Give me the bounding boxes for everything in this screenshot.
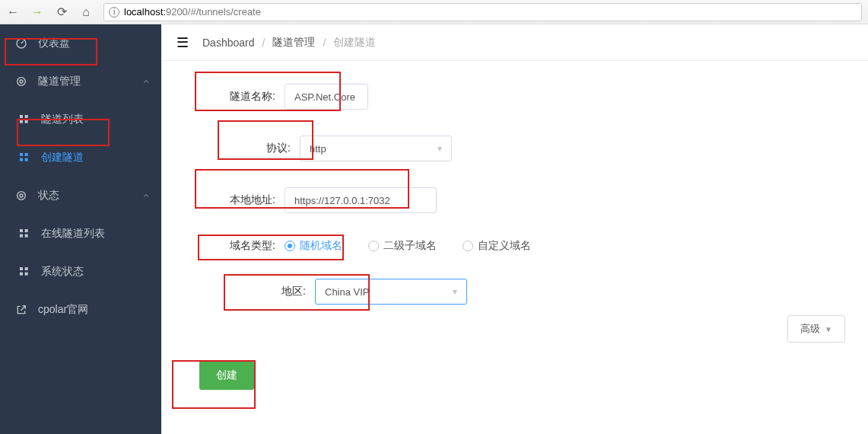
protocol-select[interactable]: http ▾: [300, 136, 452, 161]
radio-random-domain[interactable]: 随机域名: [285, 239, 342, 253]
grid-icon: [18, 228, 30, 240]
protocol-value: http: [310, 143, 326, 155]
breadcrumb-item[interactable]: 隧道管理: [272, 36, 315, 49]
svg-rect-3: [20, 115, 23, 118]
svg-rect-4: [25, 115, 28, 118]
svg-rect-18: [25, 267, 28, 270]
sidebar: 仪表盘 隧道管理 隧道列表 创建隧道 状态 在线隧道列表 系统状态: [0, 24, 161, 434]
browser-toolbar: ← → ⟳ ⌂ i localhost:9200/#/tunnels/creat…: [0, 0, 868, 24]
main-content: ☰ Dashboard / 隧道管理 / 创建隧道 隧道名称: 协议: http…: [161, 24, 868, 434]
caret-down-icon: ▼: [825, 325, 832, 333]
breadcrumb-current: 创建隧道: [333, 36, 376, 49]
svg-rect-20: [25, 273, 28, 276]
svg-point-12: [20, 194, 23, 197]
tunnel-name-label: 隧道名称:: [199, 90, 275, 104]
svg-rect-19: [20, 273, 23, 276]
svg-point-2: [20, 80, 23, 83]
radio-label: 随机域名: [300, 239, 342, 253]
sidebar-item-system-status[interactable]: 系统状态: [0, 253, 161, 291]
domain-type-radio-group: 随机域名 二级子域名 自定义域名: [285, 239, 531, 253]
breadcrumb-sep: /: [262, 37, 265, 49]
svg-rect-13: [20, 229, 23, 232]
back-button[interactable]: ←: [6, 5, 20, 19]
local-addr-label: 本地地址:: [199, 193, 275, 207]
svg-rect-14: [25, 229, 28, 232]
menu-toggle-icon[interactable]: ☰: [176, 34, 189, 51]
region-label: 地区:: [199, 285, 306, 298]
svg-rect-6: [25, 120, 28, 123]
radio-circle-icon: [368, 241, 379, 251]
breadcrumb-sep: /: [323, 37, 326, 49]
reload-button[interactable]: ⟳: [55, 5, 68, 19]
sidebar-item-dashboard[interactable]: 仪表盘: [0, 24, 161, 62]
radio-custom-domain[interactable]: 自定义域名: [463, 239, 531, 253]
sidebar-item-create-tunnel[interactable]: 创建隧道: [0, 139, 161, 177]
domain-type-label: 域名类型:: [199, 239, 275, 253]
sidebar-label: 在线隧道列表: [41, 227, 105, 241]
sidebar-label: cpolar官网: [38, 303, 88, 317]
gauge-icon: [15, 37, 27, 49]
radio-subdomain[interactable]: 二级子域名: [368, 239, 437, 253]
grid-icon: [18, 266, 30, 278]
form: 隧道名称: 协议: http ▾ 本地地址: 域名类型:: [161, 61, 868, 413]
sidebar-label: 隧道列表: [41, 113, 84, 126]
radio-label: 二级子域名: [383, 239, 437, 253]
radio-circle-icon: [285, 241, 295, 251]
sidebar-label: 系统状态: [41, 265, 84, 279]
grid-icon: [18, 113, 30, 126]
svg-point-1: [17, 78, 26, 86]
region-value: China VIP: [325, 286, 370, 298]
url-text: localhost:9200/#/tunnels/create: [124, 6, 261, 18]
svg-rect-9: [20, 158, 23, 161]
home-button[interactable]: ⌂: [79, 5, 93, 19]
local-addr-input[interactable]: [285, 187, 437, 213]
sidebar-item-status[interactable]: 状态: [0, 177, 161, 215]
sidebar-item-tunnel-manage[interactable]: 隧道管理: [0, 62, 161, 101]
svg-rect-10: [25, 158, 28, 161]
site-info-icon[interactable]: i: [109, 7, 119, 18]
topbar: ☰ Dashboard / 隧道管理 / 创建隧道: [161, 24, 868, 61]
sidebar-item-tunnel-list[interactable]: 隧道列表: [0, 101, 161, 139]
advanced-button[interactable]: 高级 ▼: [787, 315, 845, 343]
svg-rect-16: [25, 235, 28, 238]
sidebar-label: 仪表盘: [38, 37, 70, 50]
circle-icon: [15, 75, 27, 88]
breadcrumb-item[interactable]: Dashboard: [202, 37, 255, 49]
sidebar-label: 隧道管理: [38, 75, 81, 88]
sidebar-label: 创建隧道: [41, 151, 84, 164]
external-link-icon: [15, 304, 27, 316]
svg-point-11: [17, 192, 26, 200]
svg-rect-5: [20, 120, 23, 123]
sidebar-label: 状态: [38, 189, 59, 203]
sidebar-item-online-tunnels[interactable]: 在线隧道列表: [0, 215, 161, 253]
advanced-label: 高级: [800, 322, 820, 336]
svg-rect-8: [25, 153, 28, 156]
forward-button[interactable]: →: [30, 5, 44, 19]
grid-icon: [18, 152, 30, 164]
svg-rect-17: [20, 267, 23, 270]
circle-icon: [15, 190, 27, 202]
radio-label: 自定义域名: [478, 239, 531, 253]
sidebar-item-cpolar-site[interactable]: cpolar官网: [0, 291, 161, 329]
radio-circle-icon: [463, 241, 473, 251]
url-bar[interactable]: i localhost:9200/#/tunnels/create: [103, 3, 862, 21]
tunnel-name-input[interactable]: [285, 84, 368, 110]
create-button[interactable]: 创建: [199, 361, 254, 390]
region-select[interactable]: China VIP ▾: [315, 279, 467, 305]
chevron-down-icon: ▾: [453, 286, 457, 297]
svg-rect-7: [20, 153, 23, 156]
breadcrumb: Dashboard / 隧道管理 / 创建隧道: [202, 36, 376, 49]
chevron-down-icon: ▾: [437, 143, 442, 154]
svg-rect-15: [20, 235, 23, 238]
protocol-label: 协议:: [199, 142, 291, 155]
